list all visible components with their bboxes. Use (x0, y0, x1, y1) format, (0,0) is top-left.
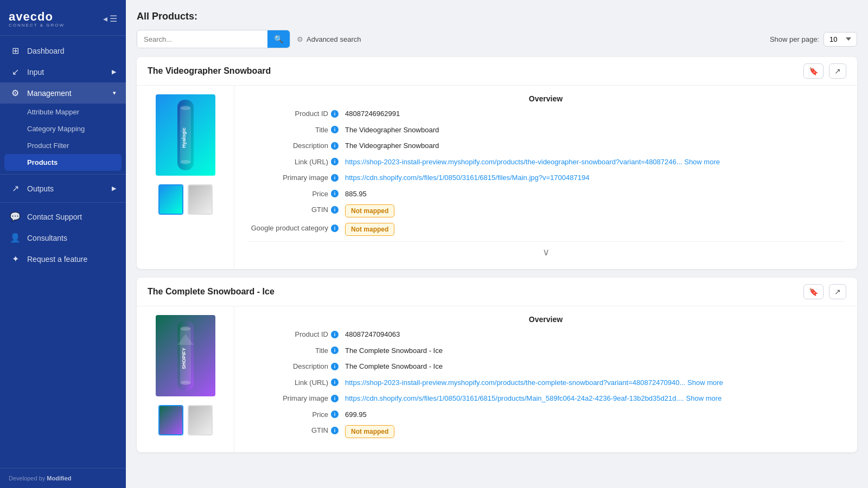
info-icon-description-1[interactable]: i (331, 142, 339, 150)
field-label-product-id-1: Product ID i (247, 108, 345, 119)
field-gtin-1: GTIN i Not mapped (247, 204, 844, 217)
main-content: All Products: 🔍 ⚙ Advanced search Show p… (126, 0, 868, 488)
show-more-image-2[interactable]: Show more (686, 394, 722, 402)
bookmark-icon: 🔖 (809, 67, 818, 75)
field-description-1: Description i The Videographer Snowboard (247, 140, 844, 151)
sidebar-sub-label: Product Filter (27, 142, 69, 150)
bookmark-button-2[interactable]: 🔖 (803, 284, 824, 299)
svg-text:Hyalogic: Hyalogic (181, 127, 187, 148)
field-label-link-url-1: Link (URL) i (247, 157, 345, 168)
sidebar-item-request-feature[interactable]: ✦ Request a feature (0, 248, 126, 269)
show-more-link-2[interactable]: Show more (687, 378, 723, 387)
snowboard-svg-1: Hyalogic (161, 97, 210, 173)
filter-icon: ⚙ (297, 35, 303, 43)
field-value-product-id-2: 48087247094063 (345, 329, 844, 340)
sidebar-item-consultants[interactable]: 👤 Consultants (0, 227, 126, 248)
info-panel-1: Overview Product ID i 48087246962991 Tit… (234, 86, 857, 269)
sidebar-item-input[interactable]: ↙ Input ▶ (0, 61, 126, 82)
snowboard-svg-2: SHOPIFY (161, 318, 210, 394)
sidebar-item-product-filter[interactable]: Product Filter (0, 137, 126, 154)
thumbnail-1-1[interactable] (158, 184, 183, 215)
image-panel-2: SHOPIFY (137, 306, 234, 452)
sidebar-toggle-button[interactable]: ◂ ☰ (103, 14, 117, 24)
consultants-icon: 👤 (10, 233, 21, 243)
thumbnail-1-2[interactable] (188, 184, 213, 215)
sidebar-item-products[interactable]: Products (4, 154, 122, 171)
field-value-description-2: The Complete Snowboard - Ice (345, 361, 844, 372)
info-icon-product-id-2[interactable]: i (331, 331, 339, 338)
card-actions-1: 🔖 ↗ (803, 63, 846, 79)
field-primary-image-2: Primary image i https://cdn.shopify.com/… (247, 393, 844, 404)
field-price-1: Price i 885.95 (247, 189, 844, 200)
info-icon-price-1[interactable]: i (331, 190, 339, 197)
field-value-google-category-1: Not mapped (345, 223, 844, 236)
external-link-button-1[interactable]: ↗ (829, 63, 846, 79)
sidebar: avecdo CONNECT & GROW ◂ ☰ ⊞ Dashboard ↙ … (0, 0, 126, 488)
field-description-2: Description i The Complete Snowboard - I… (247, 361, 844, 372)
bookmark-button-1[interactable]: 🔖 (803, 63, 824, 79)
outputs-arrow-icon: ▶ (112, 185, 116, 192)
product-card-header-1: The Videographer Snowboard 🔖 ↗ (137, 57, 857, 86)
info-icon-google-cat-1[interactable]: i (331, 224, 339, 232)
svg-point-4 (180, 160, 191, 164)
primary-image-url-1[interactable]: https://cdn.shopify.com/s/files/1/0850/3… (345, 174, 589, 182)
primary-image-url-2[interactable]: https://cdn.shopify.com/s/files/1/0850/3… (345, 394, 684, 402)
sidebar-item-dashboard[interactable]: ⊞ Dashboard (0, 40, 126, 61)
management-icon: ⚙ (10, 88, 21, 98)
per-page-select[interactable]: 10 25 50 100 (824, 32, 857, 47)
sidebar-item-outputs[interactable]: ↗ Outputs ▶ (0, 178, 126, 199)
search-input[interactable] (137, 31, 267, 48)
field-label-primary-image-1: Primary image i (247, 172, 345, 183)
info-icon-gtin-1[interactable]: i (331, 206, 339, 214)
sidebar-item-category-mapping[interactable]: Category Mapping (0, 120, 126, 137)
expand-button-1[interactable]: ∨ (247, 241, 844, 260)
image-panel-1: Hyalogic (137, 86, 234, 269)
info-icon-link-1[interactable]: i (331, 158, 339, 165)
info-icon-title-2[interactable]: i (331, 346, 339, 354)
product-card-header-2: The Complete Snowboard - Ice 🔖 ↗ (137, 278, 857, 306)
field-value-price-1: 885.95 (345, 189, 844, 200)
sidebar-item-attribute-mapper[interactable]: Attribute Mapper (0, 104, 126, 120)
info-icon-gtin-2[interactable]: i (331, 427, 339, 434)
info-icon-product-id-1[interactable]: i (331, 110, 339, 118)
thumbnail-2-2[interactable] (188, 405, 213, 435)
field-gtin-2: GTIN i Not mapped (247, 425, 844, 438)
info-icon-primary-image-1[interactable]: i (331, 174, 339, 182)
search-button[interactable]: 🔍 (267, 30, 290, 48)
external-link-button-2[interactable]: ↗ (829, 284, 846, 299)
field-value-price-2: 699.95 (345, 409, 844, 420)
management-arrow-icon: ▾ (113, 89, 116, 97)
field-product-id-1: Product ID i 48087246962991 (247, 108, 844, 119)
field-link-url-2: Link (URL) i https://shop-2023-install-p… (247, 377, 844, 388)
info-icon-price-2[interactable]: i (331, 410, 339, 418)
field-title-2: Title i The Complete Snowboard - Ice (247, 345, 844, 356)
info-icon-primary-image-2[interactable]: i (331, 395, 339, 402)
thumb-row-1 (158, 184, 213, 215)
sidebar-item-label: Dashboard (27, 47, 65, 55)
product-card-1: The Videographer Snowboard 🔖 ↗ (137, 57, 857, 269)
show-more-link-1[interactable]: Show more (684, 158, 720, 166)
sidebar-item-label: Contact Support (27, 213, 82, 221)
advanced-search-button[interactable]: ⚙ Advanced search (297, 35, 361, 43)
field-label-description-2: Description i (247, 361, 345, 372)
info-icon-link-2[interactable]: i (331, 378, 339, 386)
link-url-text-2[interactable]: https://shop-2023-install-preview.myshop… (345, 378, 685, 387)
show-per-page-label: Show per page: (770, 35, 819, 43)
sidebar-footer: Developed by Modified (0, 468, 126, 488)
product-main-image-1: Hyalogic (156, 94, 215, 176)
sidebar-item-contact-support[interactable]: 💬 Contact Support (0, 206, 126, 227)
field-google-category-1: Google product category i Not mapped (247, 223, 844, 236)
info-icon-title-1[interactable]: i (331, 126, 339, 133)
info-panel-2: Overview Product ID i 48087247094063 Tit… (234, 306, 857, 452)
sidebar-item-management[interactable]: ⚙ Management ▾ (0, 82, 126, 104)
sidebar-item-label: Consultants (27, 234, 67, 242)
gtin-badge-1: Not mapped (345, 204, 394, 217)
sidebar-footer-modified: Modified (47, 475, 71, 481)
thumbnail-2-1[interactable] (158, 405, 183, 435)
sidebar-item-label: Outputs (27, 184, 54, 193)
logo-text: avecdo (9, 10, 65, 24)
link-url-text-1[interactable]: https://shop-2023-install-preview.myshop… (345, 158, 682, 166)
field-value-gtin-2: Not mapped (345, 425, 844, 438)
info-icon-description-2[interactable]: i (331, 363, 339, 370)
input-icon: ↙ (10, 67, 21, 77)
